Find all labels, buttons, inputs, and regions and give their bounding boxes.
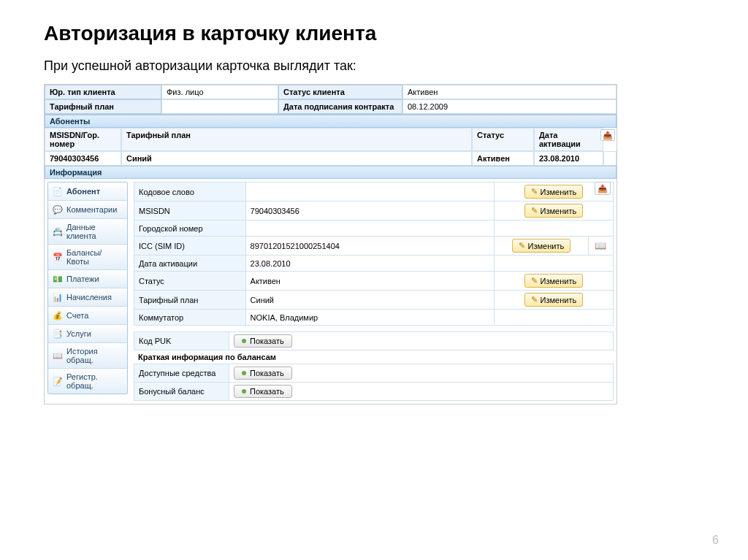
pencil-icon: ✎ bbox=[531, 295, 538, 304]
sidebar-item-subscriber-icon: 📄 bbox=[53, 186, 63, 196]
client-card-screenshot: Юр. тип клиента Физ. лицо Статус клиента… bbox=[44, 84, 617, 404]
detail-action bbox=[494, 310, 613, 326]
sidebar-item-balances[interactable]: 📅Балансы/Квоты bbox=[48, 245, 127, 270]
sidebar-item-label: Балансы/Квоты bbox=[66, 248, 123, 266]
balance-action: Показать bbox=[229, 383, 614, 401]
subscribers-table: MSISDN/Гор. номер Тарифный план Статус Д… bbox=[45, 128, 617, 166]
client-header-grid: Юр. тип клиента Физ. лицо Статус клиента… bbox=[45, 85, 617, 115]
sidebar-item-charges[interactable]: 📊Начисления bbox=[48, 288, 127, 307]
sidebar-item-services-icon: 📑 bbox=[53, 329, 63, 339]
detail-key: Городской номер bbox=[134, 220, 246, 237]
sidebar-tabs: 📄Абонент💬Комментарии📇Данные клиента📅Бала… bbox=[47, 182, 128, 394]
subscriber-tariff: Синий bbox=[121, 151, 472, 166]
sidebar-item-label: Услуги bbox=[66, 329, 91, 338]
subscriber-msisdn[interactable]: 79040303456 bbox=[45, 151, 121, 166]
tariff-plan-value bbox=[161, 99, 278, 114]
dot-icon bbox=[242, 371, 246, 375]
sidebar-item-label: Абонент bbox=[66, 187, 100, 196]
detail-action bbox=[494, 220, 613, 237]
edit-button[interactable]: ✎Изменить bbox=[512, 239, 571, 253]
client-type-label: Юр. тип клиента bbox=[45, 85, 161, 99]
subscriber-detail-panel: 📤 Кодовое слово✎ИзменитьMSISDN7904030345… bbox=[134, 182, 614, 401]
book-icon[interactable]: 📖 bbox=[595, 240, 606, 251]
col-msisdn: MSISDN/Гор. номер bbox=[45, 128, 121, 151]
sidebar-item-label: Платежи bbox=[66, 275, 99, 283]
detail-key: Кодовое слово bbox=[134, 183, 246, 202]
col-activation: Дата активации bbox=[534, 128, 603, 151]
balance-row: Бонусный балансПоказать bbox=[134, 383, 614, 401]
pencil-icon: ✎ bbox=[531, 187, 538, 196]
pencil-icon: ✎ bbox=[531, 276, 538, 285]
dot-icon bbox=[242, 339, 246, 343]
show-balance-button[interactable]: Показать bbox=[234, 367, 292, 380]
sidebar-item-subscriber[interactable]: 📄Абонент bbox=[48, 183, 127, 201]
sidebar-item-label: История обращ. bbox=[66, 347, 123, 364]
client-type-value: Физ. лицо bbox=[161, 85, 278, 99]
sidebar-item-client-data[interactable]: 📇Данные клиента bbox=[48, 219, 127, 245]
puk-row: Код PUK Показать bbox=[134, 332, 614, 350]
detail-action: ✎Изменить bbox=[494, 202, 613, 220]
sidebar-item-payments-icon: 💵 bbox=[53, 274, 63, 284]
detail-action: ✎Изменить bbox=[494, 291, 613, 310]
export-icon[interactable]: 📤 bbox=[600, 129, 615, 141]
slide-subtitle: При успешной авторизации карточка выгляд… bbox=[44, 58, 704, 74]
detail-key: Коммутатор bbox=[134, 310, 246, 326]
sidebar-item-history-icon: 📖 bbox=[53, 350, 63, 361]
detail-row: Тарифный планСиний✎Изменить bbox=[134, 291, 614, 310]
edit-button[interactable]: ✎Изменить bbox=[524, 185, 584, 199]
detail-row: Кодовое слово✎Изменить bbox=[134, 183, 614, 202]
sidebar-item-balances-icon: 📅 bbox=[53, 252, 63, 262]
col-status: Статус bbox=[472, 128, 534, 151]
show-puk-button[interactable]: Показать bbox=[234, 334, 292, 348]
pencil-icon: ✎ bbox=[519, 241, 525, 250]
slide-title: Авторизация в карточку клиента bbox=[44, 22, 704, 45]
detail-value: Активен bbox=[245, 272, 494, 291]
detail-row: Городской номер bbox=[134, 220, 614, 237]
detail-key: Дата активации bbox=[134, 256, 246, 272]
edit-button[interactable]: ✎Изменить bbox=[524, 293, 584, 307]
sidebar-item-charges-icon: 📊 bbox=[53, 292, 63, 302]
sidebar-item-client-data-icon: 📇 bbox=[53, 226, 63, 237]
contract-date-value: 08.12.2009 bbox=[402, 99, 617, 114]
detail-value: 23.08.2010 bbox=[245, 256, 494, 272]
sidebar-item-label: Счета bbox=[66, 311, 88, 320]
detail-key: MSISDN bbox=[134, 202, 246, 220]
sidebar-item-payments[interactable]: 💵Платежи bbox=[48, 270, 127, 288]
balance-table: Доступные средстваПоказатьБонусный балан… bbox=[134, 364, 614, 401]
edit-button[interactable]: ✎Изменить bbox=[524, 274, 584, 288]
sidebar-item-bills[interactable]: 💰Счета bbox=[48, 307, 127, 325]
detail-value: 79040303456 bbox=[245, 202, 494, 220]
sidebar-item-label: Регистр. обращ. bbox=[66, 372, 123, 390]
show-balance-button[interactable]: Показать bbox=[234, 385, 292, 398]
contract-date-label: Дата подписания контракта bbox=[278, 99, 402, 114]
detail-value bbox=[245, 220, 494, 237]
dot-icon bbox=[242, 389, 246, 394]
balance-key: Бонусный баланс bbox=[134, 383, 229, 401]
sidebar-item-label: Начисления bbox=[66, 293, 112, 302]
sidebar-item-comments[interactable]: 💬Комментарии bbox=[48, 201, 127, 219]
sidebar-item-history[interactable]: 📖История обращ. bbox=[48, 343, 127, 369]
detail-key: Статус bbox=[134, 272, 246, 291]
detail-key: Тарифный план bbox=[134, 291, 246, 310]
pencil-icon: ✎ bbox=[531, 206, 538, 215]
subscriber-status: Активен bbox=[472, 151, 534, 166]
edit-button[interactable]: ✎Изменить bbox=[524, 204, 584, 218]
client-status-value: Активен bbox=[402, 85, 617, 99]
balance-action: Показать bbox=[229, 364, 614, 383]
sidebar-item-register[interactable]: 📝Регистр. обращ. bbox=[48, 369, 127, 394]
detail-row: ICC (SIM ID)89701201521000251404✎Изменит… bbox=[134, 237, 614, 256]
tariff-plan-label: Тарифный план bbox=[45, 99, 161, 114]
detail-row: MSISDN79040303456✎Изменить bbox=[134, 202, 614, 220]
sidebar-item-services[interactable]: 📑Услуги bbox=[48, 325, 127, 343]
detail-value: 89701201521000251404 bbox=[245, 237, 494, 256]
detail-action: ✎Изменить bbox=[494, 272, 613, 291]
detail-row: Дата активации23.08.2010 bbox=[134, 256, 614, 272]
client-status-label: Статус клиента bbox=[278, 85, 402, 99]
detail-row: КоммутаторNOKIA, Владимир bbox=[134, 310, 614, 326]
detail-value: NOKIA, Владимир bbox=[245, 310, 494, 326]
export-icon[interactable]: 📤 bbox=[595, 182, 611, 195]
info-section-header: Информация bbox=[45, 166, 617, 179]
detail-action: ✎Изменить bbox=[494, 237, 588, 256]
sidebar-item-register-icon: 📝 bbox=[53, 376, 63, 386]
detail-key: ICC (SIM ID) bbox=[134, 237, 246, 256]
